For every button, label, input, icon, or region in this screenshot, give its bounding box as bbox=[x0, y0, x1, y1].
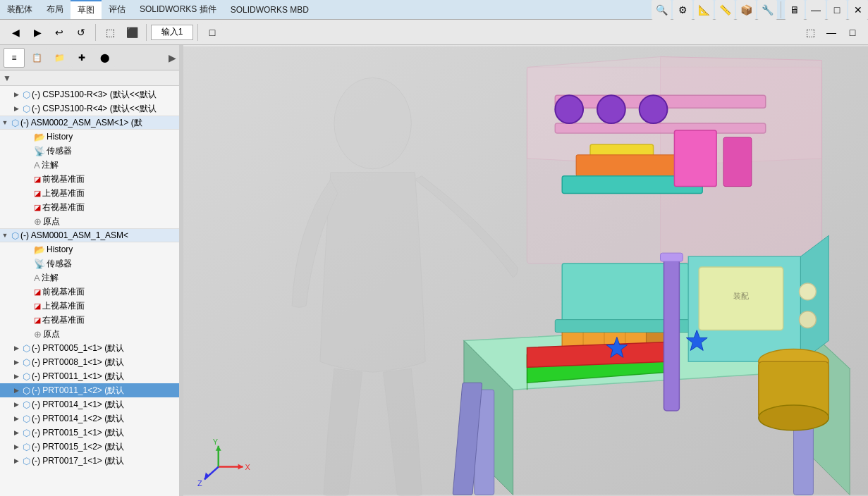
tree-item-asm0001-note[interactable]: A 注解 bbox=[0, 271, 179, 285]
tree-item-asm0001-top[interactable]: ◪ 上视基准面 bbox=[0, 299, 179, 313]
expand-cspjs100r4[interactable]: ▶ bbox=[11, 104, 21, 113]
expand-prt0017[interactable]: ▶ bbox=[11, 456, 21, 466]
tree-item-asm0001[interactable]: ▼ ⬡ (-) ASM0001_ASM_1_ASM< bbox=[0, 228, 179, 242]
expand-prt0011-2[interactable]: ▶ bbox=[11, 385, 21, 395]
panel-collapse-arrow[interactable]: ▶ bbox=[169, 52, 176, 63]
expand-asm0001-right[interactable] bbox=[23, 315, 32, 325]
menu-item-assembly[interactable]: 装配体 bbox=[0, 1, 39, 18]
tree-item-prt0011-2[interactable]: ▶ ⬡ (-) PRT0011_1<2> (默认 bbox=[0, 383, 179, 397]
toolbar-minimize-btn[interactable]: — bbox=[806, 0, 826, 20]
expand-asm0002-front[interactable] bbox=[23, 174, 32, 184]
tree-item-prt0014-2[interactable]: ▶ ⬡ (-) PRT0014_1<2> (默认 bbox=[0, 411, 179, 426]
expand-asm0002-origin[interactable] bbox=[23, 216, 32, 226]
tree-panel[interactable]: ▶ ⬡ (-) CSPJS100-R<3> (默认<<默认 ▶ ⬡ (-) CS… bbox=[0, 86, 179, 496]
menu-item-evaluate[interactable]: 评估 bbox=[102, 1, 133, 18]
expand-prt0015-2[interactable]: ▶ bbox=[11, 442, 21, 452]
panel-tab-properties[interactable]: 📋 bbox=[26, 48, 47, 68]
expand-asm0001-origin[interactable] bbox=[23, 329, 32, 339]
tree-item-asm0002-history[interactable]: 📂 History bbox=[0, 130, 179, 144]
tree-item-asm0002-right[interactable]: ◪ 右视基准面 bbox=[0, 200, 179, 214]
tb2-r3[interactable]: □ bbox=[843, 23, 862, 42]
expand-asm0001-history[interactable] bbox=[23, 244, 32, 254]
expand-prt0014-2[interactable]: ▶ bbox=[11, 414, 21, 423]
expand-asm0002-right[interactable] bbox=[23, 202, 32, 212]
tb2-r2[interactable]: — bbox=[821, 23, 841, 42]
expand-asm0001[interactable]: ▼ bbox=[0, 230, 10, 240]
tree-item-asm0001-right[interactable]: ◪ 右视基准面 bbox=[0, 313, 179, 327]
expand-cspjs100r3[interactable]: ▶ bbox=[11, 89, 21, 99]
svg-text:装配: 装配 bbox=[733, 292, 749, 300]
toolbar-box-btn[interactable]: 📦 bbox=[736, 0, 756, 20]
tb2-undo-btn[interactable]: ↺ bbox=[71, 23, 91, 42]
tree-item-asm0001-origin[interactable]: ⊕ 原点 bbox=[0, 327, 179, 341]
tree-item-prt0015-1[interactable]: ▶ ⬡ (-) PRT0015_1<1> (默认 bbox=[0, 426, 179, 440]
expand-prt0014-1[interactable]: ▶ bbox=[11, 399, 21, 409]
tree-item-asm0002-sensor[interactable]: 📡 传感器 bbox=[0, 144, 179, 158]
expand-asm0001-note[interactable] bbox=[23, 273, 32, 283]
panel-tab-tree[interactable]: ≡ bbox=[4, 48, 25, 68]
menu-item-sw-plugin[interactable]: SOLIDWORKS 插件 bbox=[133, 1, 224, 18]
expand-asm0002-sensor[interactable] bbox=[23, 146, 32, 156]
toolbar-close-btn[interactable]: ✕ bbox=[848, 0, 868, 20]
label-asm0001-front: 前视基准面 bbox=[42, 286, 179, 298]
tree-item-asm0001-sensor[interactable]: 📡 传感器 bbox=[0, 256, 179, 271]
tree-item-asm0001-history[interactable]: 📂 History bbox=[0, 242, 179, 256]
toolbar-display-btn[interactable]: 🖥 bbox=[785, 0, 805, 20]
menu-bar: 装配体 布局 草图 评估 SOLIDWORKS 插件 SOLIDWORKS MB… bbox=[0, 0, 868, 20]
toolbar-search-btn[interactable]: 🔍 bbox=[652, 0, 671, 20]
toolbar-fx-btn[interactable]: 🔧 bbox=[757, 0, 777, 20]
tb2-view1-btn[interactable]: ⬚ bbox=[100, 23, 120, 42]
tb2-prev-btn[interactable]: ◀ bbox=[6, 23, 25, 42]
tree-item-cspjs100r4[interactable]: ▶ ⬡ (-) CSPJS100-R<4> (默认<<默认 bbox=[0, 101, 179, 116]
icon-asm0002-front: ◪ bbox=[34, 175, 41, 184]
tb2-r1[interactable]: ⬚ bbox=[800, 23, 820, 42]
menu-item-sw-mbd[interactable]: SOLIDWORKS MBD bbox=[224, 2, 316, 18]
panel-tab-add[interactable]: ✚ bbox=[71, 48, 92, 68]
toolbar-measure-btn[interactable]: 📐 bbox=[694, 0, 714, 20]
expand-prt0008[interactable]: ▶ bbox=[11, 357, 21, 367]
expand-prt0015-1[interactable]: ▶ bbox=[11, 428, 21, 438]
icon-asm0001: ⬡ bbox=[11, 230, 19, 241]
tree-item-asm0002-origin[interactable]: ⊕ 原点 bbox=[0, 214, 179, 228]
toolbar-maximize-btn[interactable]: □ bbox=[827, 0, 847, 20]
tree-item-prt0015-2[interactable]: ▶ ⬡ (-) PRT0015_1<2> (默认 bbox=[0, 440, 179, 454]
tb2-box-btn[interactable]: □ bbox=[202, 23, 222, 42]
tb2-back-btn[interactable]: ↩ bbox=[49, 23, 69, 42]
expand-asm0002-top[interactable] bbox=[23, 188, 32, 198]
tree-item-asm0002[interactable]: ▼ ⬡ (-) ASM0002_ASM_ASM<1> (默 bbox=[0, 116, 179, 130]
expand-prt0011-1[interactable]: ▶ bbox=[11, 371, 21, 381]
tb2-next-btn[interactable]: ▶ bbox=[27, 23, 47, 42]
toolbar-settings-btn[interactable]: ⚙ bbox=[673, 0, 692, 20]
expand-prt0005[interactable]: ▶ bbox=[11, 343, 21, 353]
label-prt0011-1: (-) PRT0011_1<1> (默认 bbox=[32, 371, 179, 383]
tree-item-prt0008[interactable]: ▶ ⬡ (-) PRT0008_1<1> (默认 bbox=[0, 355, 179, 369]
toolbar-tools-btn2[interactable]: 📏 bbox=[715, 0, 735, 20]
panel-tab-circle[interactable]: ⬤ bbox=[94, 48, 115, 68]
tree-item-asm0002-top[interactable]: ◪ 上视基准面 bbox=[0, 186, 179, 200]
tree-item-asm0002-note[interactable]: A 注解 bbox=[0, 158, 179, 172]
tree-item-asm0001-front[interactable]: ◪ 前视基准面 bbox=[0, 285, 179, 299]
panel-tab-folder[interactable]: 📁 bbox=[49, 48, 70, 68]
expand-asm0002[interactable]: ▼ bbox=[0, 118, 10, 128]
svg-rect-22 bbox=[664, 256, 679, 411]
tree-item-prt0014-1[interactable]: ▶ ⬡ (-) PRT0014_1<1> (默认 bbox=[0, 397, 179, 411]
viewport[interactable]: 装配 bbox=[183, 45, 868, 496]
label-asm0001-history: History bbox=[47, 244, 179, 254]
input1-field[interactable]: 输入1 bbox=[151, 25, 193, 40]
expand-asm0001-sensor[interactable] bbox=[23, 259, 32, 268]
expand-asm0001-front[interactable] bbox=[23, 287, 32, 297]
tree-item-asm0002-front[interactable]: ◪ 前视基准面 bbox=[0, 172, 179, 186]
label-asm0002-note: 注解 bbox=[42, 159, 179, 171]
tree-item-cspjs100r3[interactable]: ▶ ⬡ (-) CSPJS100-R<3> (默认<<默认 bbox=[0, 87, 179, 101]
properties-icon: 📋 bbox=[32, 53, 42, 63]
expand-asm0002-history[interactable] bbox=[23, 132, 32, 142]
tree-item-prt0011-1[interactable]: ▶ ⬡ (-) PRT0011_1<1> (默认 bbox=[0, 369, 179, 383]
tb2-view2-btn[interactable]: ⬛ bbox=[122, 23, 142, 42]
expand-asm0001-top[interactable] bbox=[23, 301, 32, 311]
expand-asm0002-note[interactable] bbox=[23, 160, 32, 170]
menu-item-layout[interactable]: 布局 bbox=[39, 1, 71, 18]
menu-item-sketch[interactable]: 草图 bbox=[71, 0, 102, 19]
circle-icon: ⬤ bbox=[100, 53, 109, 63]
tree-item-prt0005[interactable]: ▶ ⬡ (-) PRT0005_1<1> (默认 bbox=[0, 341, 179, 355]
tree-item-prt0017[interactable]: ▶ ⬡ (-) PRT0017_1<1> (默认 bbox=[0, 454, 179, 468]
